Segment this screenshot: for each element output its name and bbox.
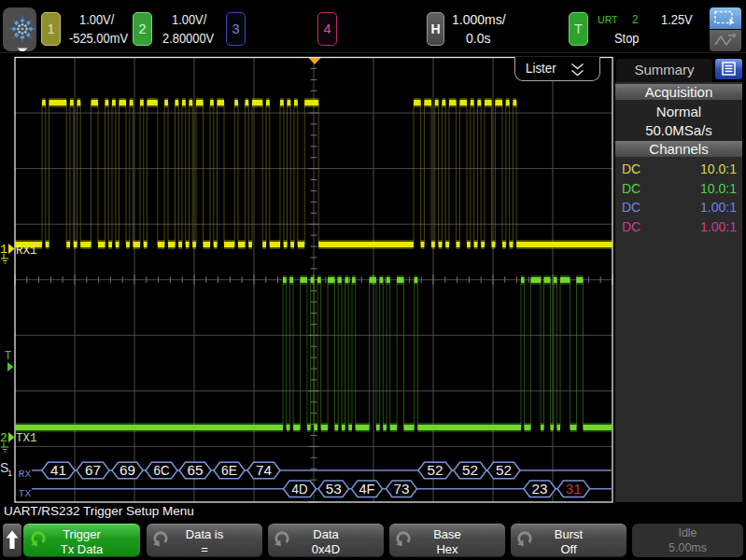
svg-text:52: 52: [462, 462, 478, 478]
svg-text:73: 73: [394, 481, 410, 497]
svg-text:1: 1: [7, 468, 12, 478]
svg-text:4D: 4D: [292, 481, 308, 497]
svg-text:31: 31: [566, 481, 582, 497]
svg-text:6C: 6C: [154, 462, 170, 478]
svg-text:65: 65: [188, 462, 204, 478]
svg-text:74: 74: [256, 462, 272, 478]
svg-text:67: 67: [85, 462, 101, 478]
svg-text:T: T: [5, 350, 11, 363]
svg-text:41: 41: [50, 462, 66, 478]
svg-text:TX1: TX1: [16, 432, 37, 445]
svg-text:RX1: RX1: [16, 245, 37, 258]
svg-text:RX: RX: [19, 468, 32, 480]
svg-text:6E: 6E: [221, 462, 237, 478]
svg-text:53: 53: [326, 481, 342, 497]
svg-text:4F: 4F: [359, 481, 375, 497]
svg-text:52: 52: [428, 462, 443, 478]
svg-text:52: 52: [496, 462, 512, 478]
svg-text:TX: TX: [19, 487, 32, 499]
svg-text:69: 69: [120, 462, 135, 478]
svg-text:23: 23: [532, 481, 548, 497]
